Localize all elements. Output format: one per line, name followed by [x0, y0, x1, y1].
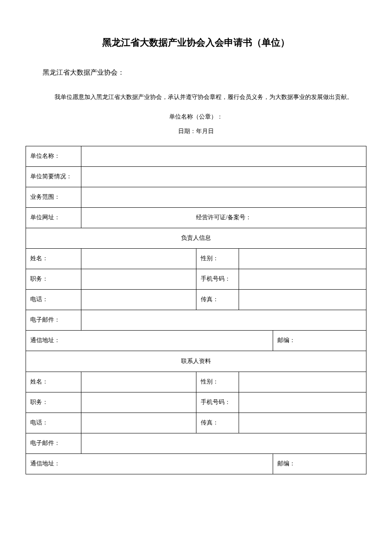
- field-unit-name[interactable]: [81, 146, 366, 166]
- table-row: 联系人资料: [26, 351, 366, 372]
- table-row: 单位网址： 经营许可证/备案号：: [26, 207, 366, 228]
- field-contact-mobile[interactable]: [239, 392, 366, 413]
- field-leader-name[interactable]: [81, 248, 196, 269]
- label-contact-fax: 传真：: [196, 413, 239, 433]
- field-contact-email[interactable]: [81, 433, 366, 453]
- label-contact-phone: 电话：: [26, 413, 81, 433]
- document-title: 黑龙江省大数据产业协会入会申请书（单位）: [26, 36, 366, 49]
- leader-address-table: 通信地址： 邮编：: [26, 331, 366, 352]
- label-leader-name: 姓名：: [26, 248, 81, 269]
- table-row: 电子邮件：: [26, 310, 366, 330]
- label-leader-mobile: 手机号码：: [196, 269, 239, 289]
- table-row: 职务： 手机号码：: [26, 392, 366, 413]
- section-leader-info: 负责人信息: [26, 228, 366, 248]
- field-leader-phone[interactable]: [81, 289, 196, 310]
- table-row: 负责人信息: [26, 228, 366, 248]
- label-business-scope: 业务范围：: [26, 187, 81, 207]
- signature-label: 单位名称（公章）：: [26, 113, 366, 121]
- section-contact-info: 联系人资料: [26, 351, 366, 372]
- field-contact-phone[interactable]: [81, 413, 196, 433]
- label-leader-email: 电子邮件：: [26, 310, 81, 330]
- label-leader-address: 通信地址：: [26, 331, 273, 351]
- label-leader-phone: 电话：: [26, 289, 81, 310]
- label-contact-gender: 性别：: [196, 372, 239, 392]
- table-row: 姓名： 性别：: [26, 372, 366, 392]
- field-leader-mobile[interactable]: [239, 269, 366, 289]
- label-website: 单位网址：: [26, 207, 81, 228]
- label-contact-position: 职务：: [26, 392, 81, 413]
- field-contact-fax[interactable]: [239, 413, 366, 433]
- field-contact-gender[interactable]: [239, 372, 366, 392]
- date-label: 日期：年月日: [26, 128, 366, 135]
- label-contact-name: 姓名：: [26, 372, 81, 392]
- label-leader-gender: 性别：: [196, 248, 239, 269]
- label-unit-summary: 单位简要情况：: [26, 166, 81, 187]
- table-row: 电话： 传真：: [26, 289, 366, 310]
- label-license: 经营许可证/备案号：: [81, 207, 366, 228]
- label-contact-mobile: 手机号码：: [196, 392, 239, 413]
- field-leader-gender[interactable]: [239, 248, 366, 269]
- field-leader-position[interactable]: [81, 269, 196, 289]
- contact-table: 联系人资料 姓名： 性别： 职务： 手机号码： 电话： 传真： 电子邮件：: [26, 351, 366, 454]
- field-contact-name[interactable]: [81, 372, 196, 392]
- table-row: 职务： 手机号码：: [26, 269, 366, 289]
- contact-address-table: 通信地址： 邮编：: [26, 454, 366, 475]
- label-leader-fax: 传真：: [196, 289, 239, 310]
- field-leader-fax[interactable]: [239, 289, 366, 310]
- label-leader-postcode: 邮编：: [273, 331, 366, 351]
- label-unit-name: 单位名称：: [26, 146, 81, 166]
- table-row: 通信地址： 邮编：: [26, 454, 366, 474]
- table-row: 通信地址： 邮编：: [26, 331, 366, 351]
- field-leader-email[interactable]: [81, 310, 366, 330]
- label-contact-address: 通信地址：: [26, 454, 273, 474]
- field-unit-summary[interactable]: [81, 166, 366, 187]
- label-contact-postcode: 邮编：: [273, 454, 366, 474]
- field-contact-position[interactable]: [81, 392, 196, 413]
- field-business-scope[interactable]: [81, 187, 366, 207]
- table-row: 电话： 传真：: [26, 413, 366, 433]
- application-table: 单位名称： 单位简要情况： 业务范围： 单位网址： 经营许可证/备案号： 负责人…: [26, 146, 366, 331]
- label-leader-position: 职务：: [26, 269, 81, 289]
- addressee: 黑龙江省大数据产业协会：: [43, 68, 366, 77]
- table-row: 单位名称：: [26, 146, 366, 166]
- table-row: 单位简要情况：: [26, 166, 366, 187]
- label-contact-email: 电子邮件：: [26, 433, 81, 453]
- table-row: 电子邮件：: [26, 433, 366, 453]
- table-row: 业务范围：: [26, 187, 366, 207]
- table-row: 姓名： 性别：: [26, 248, 366, 269]
- body-paragraph: 我单位愿意加入黑龙江省大数据产业协会，承认并遵守协会章程，履行会员义务，为大数据…: [43, 90, 366, 105]
